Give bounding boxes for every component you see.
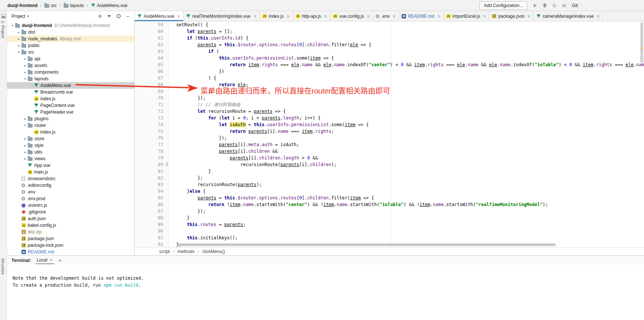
tree-item-src[interactable]: ▾src: [7, 49, 134, 55]
tree-item-app-vue[interactable]: App.vue: [7, 162, 134, 169]
code-line[interactable]: }else {: [176, 188, 644, 195]
code-line[interactable]: });: [176, 135, 644, 141]
tab-readme-md[interactable]: README.md×: [399, 11, 443, 21]
tree-item-router[interactable]: ▾router: [7, 122, 134, 129]
code-line[interactable]: }): [176, 68, 644, 75]
tab-asidemenu-vue[interactable]: AsideMenu.vue×: [135, 11, 184, 21]
tree-item-api[interactable]: ▸api: [7, 55, 134, 62]
code-line[interactable]: parents = this.$router.options.routes[0]…: [176, 41, 644, 48]
code-line[interactable]: // // 递归权限路由: [176, 101, 644, 108]
tree-item-env[interactable]: .env: [7, 189, 134, 195]
code-line[interactable]: setRoute() {: [176, 21, 644, 28]
stripe-project-button[interactable]: 1: Project: [1, 21, 5, 38]
editor-code[interactable]: setRoute() { let parents = []; if (this.…: [169, 21, 644, 247]
chevron-down-icon[interactable]: ▾: [16, 50, 21, 54]
gutter-line-number[interactable]: 62: [135, 41, 168, 48]
play-icon[interactable]: [532, 3, 538, 9]
gutter-line-number[interactable]: 81: [135, 168, 168, 175]
tree-item-dist[interactable]: ▸dist: [7, 29, 134, 36]
tree-item-utils[interactable]: ▸utils: [7, 149, 134, 155]
close-tab-icon[interactable]: ×: [392, 14, 396, 19]
chevron-down-icon[interactable]: ▾: [23, 124, 28, 127]
gutter-line-number[interactable]: 61: [135, 35, 168, 41]
gutter-line-number[interactable]: 89: [135, 221, 168, 228]
code-line[interactable]: [176, 228, 644, 235]
editor[interactable]: 5960616263646566676869707172737475767778…: [135, 21, 644, 247]
close-tab-icon[interactable]: ×: [177, 14, 181, 19]
gutter-line-number[interactable]: 64: [135, 55, 168, 61]
tree-item-gitignore[interactable]: .gitignore: [7, 209, 134, 215]
gutter-line-number[interactable]: 71: [135, 101, 168, 108]
close-tab-icon[interactable]: ×: [49, 257, 53, 263]
chevron-right-icon[interactable]: ▸: [23, 144, 28, 147]
tab-vue-config-js[interactable]: vue.config.js×: [331, 11, 373, 21]
tree-item-babel-config-js[interactable]: babel.config.js: [7, 222, 134, 229]
code-line[interactable]: parents[i].meta.auth = isAuth;: [176, 141, 644, 148]
gear-icon[interactable]: [115, 13, 121, 19]
chevron-right-icon[interactable]: ▸: [23, 57, 28, 61]
list-icon[interactable]: [561, 3, 567, 9]
tree-item-node-modules[interactable]: ▸node_moduleslibrary root: [7, 36, 134, 42]
chevron-right-icon[interactable]: ▸: [23, 150, 28, 154]
close-tab-icon[interactable]: ×: [437, 14, 441, 19]
tree-item-views[interactable]: ▸views: [7, 155, 134, 162]
tree-item-components[interactable]: ▸components: [7, 69, 134, 75]
code-line[interactable]: }: [176, 88, 644, 95]
code-line[interactable]: parents[i].children.length > 0 &&: [176, 155, 644, 161]
gutter-line-number[interactable]: 69: [135, 88, 168, 95]
gutter-line-number[interactable]: 59: [135, 21, 168, 28]
gutter-line-number[interactable]: 86: [135, 201, 168, 208]
code-line[interactable]: return item.rights === ele.name && ele.n…: [176, 61, 644, 68]
breadcrumb-item-src[interactable]: src: [44, 3, 57, 8]
gutter-line-number[interactable]: 79: [135, 155, 168, 161]
tree-item-index-js[interactable]: index.js: [7, 129, 134, 135]
close-tab-icon[interactable]: ×: [286, 14, 290, 19]
recursive-call-icon[interactable]: [165, 163, 168, 166]
breadcrumb-item-methods[interactable]: methods: [177, 249, 194, 254]
code-line[interactable]: if (: [176, 48, 644, 55]
code-line[interactable]: return ele;: [176, 81, 644, 88]
code-line[interactable]: this.userInfo.permissionList.some(item =…: [176, 55, 644, 61]
tab-importexcel-js[interactable]: importExcel.js×: [444, 11, 490, 21]
tree-item-package-lock-json[interactable]: package-lock.json: [7, 242, 134, 249]
gutter-line-number[interactable]: 68: [135, 81, 168, 88]
gutter-line-number[interactable]: 90: [135, 228, 168, 235]
project-panel-title[interactable]: Project: [11, 14, 25, 19]
tree-item-style[interactable]: ▸style: [7, 142, 134, 149]
new-terminal-icon[interactable]: +: [58, 257, 62, 263]
close-tab-icon[interactable]: ×: [324, 14, 328, 19]
chevron-right-icon[interactable]: ▸: [23, 64, 28, 67]
gutter-line-number[interactable]: 91: [135, 235, 168, 241]
tab-env[interactable]: .env×: [373, 11, 399, 21]
breadcrumb-item-clickmenu[interactable]: clickMenu(): [202, 249, 225, 254]
chevron-down-icon[interactable]: ▾: [27, 14, 29, 18]
chevron-right-icon[interactable]: ▸: [23, 137, 28, 141]
gutter-line-number[interactable]: 78: [135, 148, 168, 155]
code-line[interactable]: }: [176, 215, 644, 221]
gutter-line-number[interactable]: 75: [135, 128, 168, 135]
tree-item-plugins[interactable]: ▸plugins: [7, 115, 134, 122]
tree-item-duoji-frontend[interactable]: ▾duoji-frontendD:\zheheWeb\duoji-fronten…: [7, 22, 134, 29]
gutter-line-number[interactable]: 87: [135, 208, 168, 215]
chevron-right-icon[interactable]: ▸: [23, 70, 28, 74]
tab-cameramanage-index-vue[interactable]: cameraManage\index.vue×: [534, 11, 603, 21]
gutter-line-number[interactable]: 80: [135, 161, 168, 168]
close-tab-icon[interactable]: ×: [527, 14, 531, 19]
code-line[interactable]: recursionRoute(parents);: [176, 181, 644, 188]
code-line[interactable]: return !item.name.startsWith("center") &…: [176, 201, 644, 208]
code-line[interactable]: for (let i = 0; i < parents.length; i++)…: [176, 115, 644, 121]
code-line[interactable]: this.initialKeys();: [176, 235, 644, 241]
gutter-line-number[interactable]: 70: [135, 95, 168, 101]
code-line[interactable]: parents = this.$router.options.routes[0]…: [176, 195, 644, 201]
chevron-down-icon[interactable]: ▾: [10, 24, 15, 27]
gutter-line-number[interactable]: 76: [135, 135, 168, 141]
breadcrumb-item-layouts[interactable]: layouts: [64, 3, 84, 8]
close-tab-icon[interactable]: ×: [483, 14, 486, 19]
tree-item-assets[interactable]: ▸assets: [7, 62, 134, 69]
tree-item-dist-zip[interactable]: dist.zip: [7, 229, 134, 235]
tab-index-js[interactable]: index.js×: [260, 11, 293, 21]
gutter-line-number[interactable]: 73: [135, 115, 168, 121]
close-tab-icon[interactable]: ×: [253, 14, 257, 19]
chevron-right-icon[interactable]: ▸: [16, 30, 21, 34]
gutter-line-number[interactable]: 83: [135, 181, 168, 188]
